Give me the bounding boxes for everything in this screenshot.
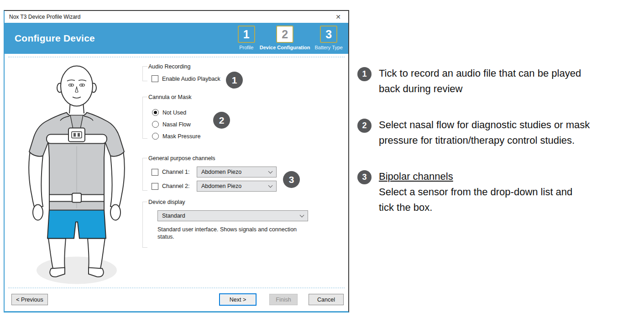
annotation-1-line-2: back during review bbox=[379, 81, 581, 97]
nasal-flow-label: Nasal Flow bbox=[162, 121, 191, 128]
step-3-box: 3 bbox=[320, 26, 337, 43]
channel-2-row: Channel 2: Abdomen Piezo bbox=[152, 181, 331, 192]
previous-button[interactable]: < Previous bbox=[11, 294, 48, 305]
radio-row-not-used[interactable]: Not Used bbox=[152, 109, 331, 116]
channel-2-sensor-dropdown[interactable]: Abdomen Piezo bbox=[197, 181, 277, 192]
step-profile[interactable]: 1 Profile bbox=[238, 26, 255, 50]
window-title: Nox T3 Device Profile Wizard bbox=[9, 14, 333, 20]
channel-1-label: Channel 1: bbox=[162, 169, 193, 175]
close-icon[interactable]: ✕ bbox=[333, 13, 344, 21]
group-cannula-or-mask: Cannula or Mask Not Used Nasal Flow Mask… bbox=[148, 94, 331, 140]
cannula-group-label: Cannula or Mask bbox=[148, 94, 331, 101]
finish-button[interactable]: Finish bbox=[269, 294, 298, 305]
chevron-down-icon bbox=[268, 183, 273, 188]
group-general-purpose-channels: General purpose channels Channel 1: Abdo… bbox=[148, 155, 331, 192]
nasal-flow-radio[interactable] bbox=[152, 121, 159, 128]
channels-group-label: General purpose channels bbox=[148, 155, 331, 162]
not-used-label: Not Used bbox=[162, 109, 186, 116]
page: { "colors": { "header_blue": "#419ed3", … bbox=[0, 0, 644, 318]
mask-pressure-label: Mask Pressure bbox=[162, 133, 200, 140]
device-display-description: Standard user interface. Shows signals a… bbox=[157, 226, 308, 240]
radio-row-nasal-flow[interactable]: Nasal Flow bbox=[152, 121, 331, 128]
annotation-3: 3 Bipolar channels Select a sensor from … bbox=[357, 169, 640, 215]
cancel-button[interactable]: Cancel bbox=[309, 294, 344, 305]
annotation-3-text: Bipolar channels Select a sensor from th… bbox=[379, 169, 572, 215]
annotation-1-line-1: Tick to record an audio file that can be… bbox=[379, 66, 581, 81]
annotation-3-heading: Bipolar channels bbox=[379, 169, 572, 184]
channel-2-sensor-value: Abdomen Piezo bbox=[201, 183, 241, 189]
step-1-box: 1 bbox=[238, 26, 255, 43]
wizard-dialog: Nox T3 Device Profile Wizard ✕ Configure… bbox=[4, 10, 349, 313]
annotation-2-badge: 2 bbox=[357, 119, 372, 133]
device-display-group-label: Device display bbox=[148, 198, 331, 206]
annotation-2-text: Select nasal flow for diagnostic studies… bbox=[379, 117, 590, 148]
not-used-radio[interactable] bbox=[152, 109, 159, 116]
step-2-box: 2 bbox=[276, 26, 293, 43]
channel-1-sensor-value: Abdomen Piezo bbox=[201, 169, 241, 175]
wizard-steps: 1 Profile 2 Device Configuration 3 Batte… bbox=[238, 26, 343, 50]
annotation-2-line-2: pressure for titration/therapy control s… bbox=[379, 133, 590, 148]
channel-2-label: Channel 2: bbox=[162, 183, 193, 189]
annotation-3-badge: 3 bbox=[357, 170, 372, 184]
next-button[interactable]: Next > bbox=[219, 293, 257, 306]
callout-badge-1: 1 bbox=[226, 72, 243, 89]
step-2-label: Device Configuration bbox=[260, 45, 310, 50]
annotation-1-badge: 1 bbox=[357, 67, 372, 81]
header-separator bbox=[8, 57, 345, 57]
enable-audio-playback-checkbox[interactable] bbox=[152, 75, 158, 82]
channel-2-checkbox[interactable] bbox=[152, 183, 158, 190]
channel-1-sensor-dropdown[interactable]: Abdomen Piezo bbox=[197, 167, 277, 177]
annotation-2: 2 Select nasal flow for diagnostic studi… bbox=[357, 117, 640, 148]
button-bar-separator bbox=[8, 287, 345, 288]
title-bar: Nox T3 Device Profile Wizard ✕ bbox=[5, 11, 348, 23]
annotation-1-text: Tick to record an audio file that can be… bbox=[379, 66, 581, 97]
callout-badge-3: 3 bbox=[283, 171, 300, 188]
patient-illustration bbox=[13, 58, 141, 289]
annotation-3-line-2: tick the box. bbox=[379, 200, 572, 215]
page-title: Configure Device bbox=[15, 33, 95, 44]
annotation-3-line-1: Select a sensor from the drop-down list … bbox=[379, 184, 572, 200]
radio-row-mask-pressure[interactable]: Mask Pressure bbox=[152, 133, 331, 140]
callout-badge-2: 2 bbox=[213, 112, 230, 129]
chevron-down-icon bbox=[268, 169, 273, 173]
step-1-label: Profile bbox=[239, 45, 253, 50]
mask-pressure-radio[interactable] bbox=[152, 133, 159, 140]
enable-audio-playback-label: Enable Audio Playback bbox=[162, 76, 220, 82]
group-device-display: Device display Standard Standard user in… bbox=[148, 198, 331, 249]
device-display-dropdown[interactable]: Standard bbox=[157, 210, 308, 221]
device-display-value: Standard bbox=[162, 213, 185, 219]
annotation-2-line-1: Select nasal flow for diagnostic studies… bbox=[379, 117, 590, 133]
audio-recording-group-label: Audio Recording bbox=[148, 63, 331, 70]
chevron-down-icon bbox=[300, 213, 304, 217]
step-battery-type[interactable]: 3 Battery Type bbox=[314, 26, 343, 50]
channel-1-checkbox[interactable] bbox=[152, 169, 158, 176]
channel-1-row: Channel 1: Abdomen Piezo bbox=[152, 167, 331, 177]
annotation-1: 1 Tick to record an audio file that can … bbox=[357, 66, 640, 97]
step-3-label: Battery Type bbox=[314, 45, 343, 50]
step-device-configuration[interactable]: 2 Device Configuration bbox=[260, 26, 310, 50]
